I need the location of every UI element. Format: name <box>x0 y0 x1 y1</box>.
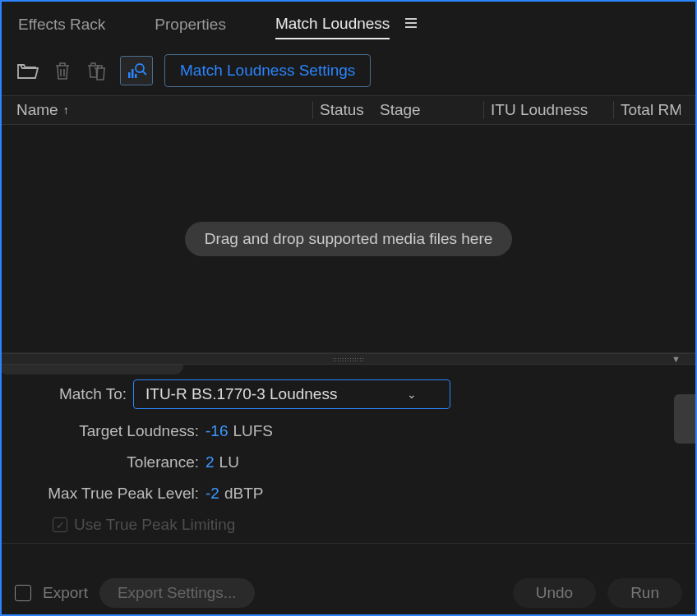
footer-bar: Export Export Settings... Undo Run <box>3 573 694 613</box>
svg-line-7 <box>143 71 147 76</box>
open-folder-icon[interactable] <box>16 59 39 82</box>
tolerance-unit: LU <box>219 453 239 471</box>
use-true-peak-limiting-checkbox[interactable]: ✓ <box>53 517 67 532</box>
tolerance-value[interactable]: 2 <box>205 453 215 471</box>
svg-rect-3 <box>128 72 131 78</box>
tab-effects-rack[interactable]: Effects Rack <box>18 11 105 39</box>
vertical-scroll-thumb[interactable] <box>674 394 695 444</box>
max-true-peak-unit: dBTP <box>224 485 264 503</box>
analyze-icon[interactable] <box>120 56 153 85</box>
svg-rect-4 <box>132 69 134 78</box>
splitter-grip-icon <box>332 357 365 361</box>
trash-multi-icon[interactable] <box>85 59 108 82</box>
tab-properties[interactable]: Properties <box>155 11 226 39</box>
target-loudness-value[interactable]: -16 <box>205 422 228 440</box>
collapse-arrow-icon[interactable]: ▼ <box>672 354 681 364</box>
column-itu-loudness[interactable]: ITU Loudness <box>483 101 613 119</box>
tolerance-label: Tolerance: <box>13 453 205 471</box>
match-to-select[interactable]: ITU-R BS.1770-3 Loudness ⌄ <box>133 379 450 409</box>
max-true-peak-value[interactable]: -2 <box>205 485 219 503</box>
column-status[interactable]: Status <box>312 101 376 119</box>
panel-splitter[interactable]: ▼ <box>2 353 695 365</box>
panel-menu-icon[interactable] <box>404 16 418 34</box>
match-to-value: ITU-R BS.1770-3 Loudness <box>145 385 337 403</box>
undo-button[interactable]: Undo <box>513 578 596 608</box>
match-loudness-settings-button[interactable]: Match Loudness Settings <box>164 54 371 87</box>
column-stage[interactable]: Stage <box>376 101 483 119</box>
max-true-peak-label: Max True Peak Level: <box>13 485 205 503</box>
tab-match-loudness[interactable]: Match Loudness <box>275 10 390 39</box>
loudness-settings-panel: Match To: ITU-R BS.1770-3 Loudness ⌄ Tar… <box>2 365 695 544</box>
dropzone-hint: Drag and drop supported media files here <box>185 222 513 256</box>
use-true-peak-limiting-label: Use True Peak Limiting <box>74 516 235 534</box>
media-dropzone[interactable]: Drag and drop supported media files here <box>2 125 695 353</box>
run-button[interactable]: Run <box>607 578 682 608</box>
chevron-down-icon: ⌄ <box>407 388 417 401</box>
export-settings-button[interactable]: Export Settings... <box>99 578 255 608</box>
column-name[interactable]: Name ↑ <box>16 101 312 119</box>
trash-icon[interactable] <box>51 59 74 82</box>
column-name-label: Name <box>16 101 58 119</box>
target-loudness-unit: LUFS <box>233 422 273 440</box>
match-to-label: Match To: <box>13 385 133 403</box>
svg-rect-5 <box>135 74 137 78</box>
sort-ascending-icon: ↑ <box>63 103 69 117</box>
column-total-rms[interactable]: Total RM <box>613 101 681 119</box>
export-label: Export <box>43 584 88 602</box>
table-header: Name ↑ Status Stage ITU Loudness Total R… <box>2 95 695 125</box>
target-loudness-label: Target Loudness: <box>13 422 205 440</box>
export-checkbox[interactable] <box>15 585 31 601</box>
